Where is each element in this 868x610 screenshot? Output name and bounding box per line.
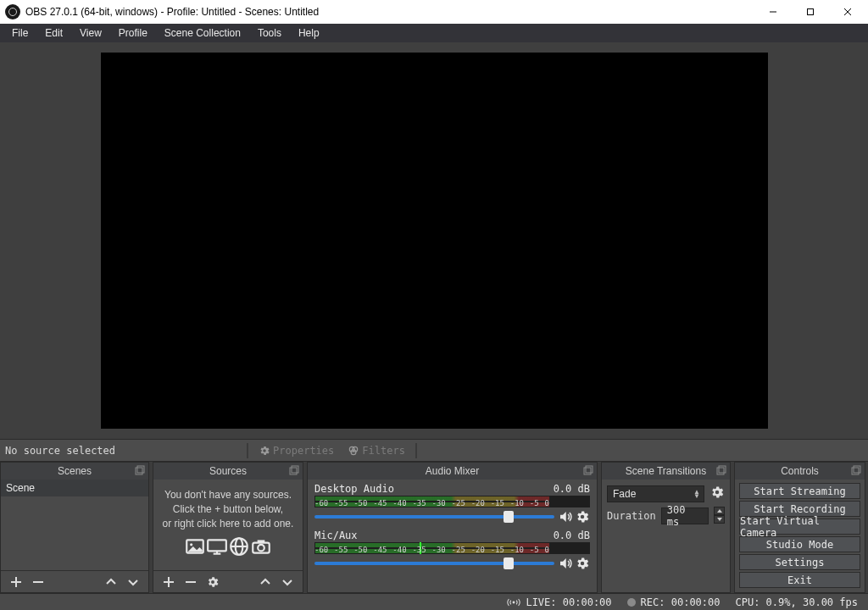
menu-profile[interactable]: Profile xyxy=(110,25,156,42)
start-virtual-camera-button[interactable]: Start Virtual Camera xyxy=(739,518,860,535)
display-source-icon xyxy=(206,535,228,557)
volume-slider[interactable] xyxy=(314,562,554,565)
speaker-icon[interactable] xyxy=(558,509,573,524)
popout-icon[interactable] xyxy=(716,465,726,475)
duration-up-button[interactable] xyxy=(714,507,725,515)
main-menubar: File Edit View Profile Scene Collection … xyxy=(0,24,868,42)
maximize-button[interactable] xyxy=(792,0,829,24)
channel-db: 0.0 dB xyxy=(554,483,590,495)
sources-list[interactable]: You don't have any sources. Click the + … xyxy=(153,480,303,570)
audio-meter: -60-55-50-45-40-35-30-25-20-15-10-50 xyxy=(314,542,590,554)
move-source-up-button[interactable] xyxy=(257,574,274,591)
minimize-button[interactable] xyxy=(754,0,792,24)
duration-spinbox[interactable]: 300 ms xyxy=(661,507,709,524)
mixer-body: Desktop Audio 0.0 dB -60-55-50-45-40-35-… xyxy=(308,480,597,592)
image-source-icon xyxy=(184,535,206,557)
menu-view[interactable]: View xyxy=(71,25,110,42)
sources-empty-line: You don't have any sources. xyxy=(160,488,296,502)
svg-point-23 xyxy=(258,545,264,552)
svg-rect-28 xyxy=(584,468,591,474)
svg-rect-13 xyxy=(292,466,298,473)
speaker-icon[interactable] xyxy=(558,556,573,571)
remove-source-button[interactable] xyxy=(182,574,199,591)
svg-rect-31 xyxy=(719,466,726,473)
duration-down-button[interactable] xyxy=(714,515,725,524)
settings-button[interactable]: Settings xyxy=(739,554,860,570)
status-rec: REC: 00:00:00 xyxy=(627,596,721,608)
scene-item[interactable]: Scene xyxy=(1,480,148,496)
popout-icon[interactable] xyxy=(583,465,593,475)
obs-app-icon xyxy=(5,4,20,19)
preview-area[interactable] xyxy=(0,42,868,439)
exit-button[interactable]: Exit xyxy=(739,572,860,588)
audio-meter: -60-55-50-45-40-35-30-25-20-15-10-50 xyxy=(314,496,590,507)
gear-icon[interactable] xyxy=(575,556,590,571)
sources-empty-line: or right click here to add one. xyxy=(160,517,296,531)
svg-marker-33 xyxy=(717,518,722,521)
start-streaming-button[interactable]: Start Streaming xyxy=(739,483,860,499)
camera-source-icon xyxy=(250,535,272,557)
scenes-dock: Scenes Scene xyxy=(0,462,149,593)
chevron-updown-icon: ▲▼ xyxy=(693,490,700,498)
menu-scene-collection[interactable]: Scene Collection xyxy=(156,25,249,42)
remove-scene-button[interactable] xyxy=(30,574,47,591)
svg-rect-8 xyxy=(137,466,144,473)
transition-select[interactable]: Fade ▲▼ xyxy=(607,485,704,502)
add-scene-button[interactable] xyxy=(8,574,25,591)
filters-button[interactable]: Filters xyxy=(342,443,410,458)
sources-empty-line: Click the + button below, xyxy=(160,502,296,517)
rec-dot-icon xyxy=(627,598,636,607)
gear-icon[interactable] xyxy=(575,509,590,524)
move-scene-down-button[interactable] xyxy=(125,574,142,591)
menu-file[interactable]: File xyxy=(3,25,36,42)
preview-canvas xyxy=(101,53,768,429)
channel-name: Mic/Aux xyxy=(314,530,358,541)
svg-point-6 xyxy=(351,449,356,454)
svg-point-36 xyxy=(513,601,515,603)
mixer-header[interactable]: Audio Mixer xyxy=(308,463,597,480)
add-source-button[interactable] xyxy=(160,574,177,591)
popout-icon[interactable] xyxy=(851,465,861,475)
popout-icon[interactable] xyxy=(135,465,145,475)
controls-dock: Controls Start Streaming Start Recording… xyxy=(734,462,865,593)
audio-channel-desktop: Desktop Audio 0.0 dB -60-55-50-45-40-35-… xyxy=(314,483,590,524)
gear-icon xyxy=(259,445,270,457)
svg-rect-34 xyxy=(852,468,859,474)
sources-header[interactable]: Sources xyxy=(153,463,303,480)
status-live: LIVE: 00:00:00 xyxy=(507,596,611,608)
channel-name: Desktop Audio xyxy=(314,483,394,495)
sources-dock: Sources You don't have any sources. Clic… xyxy=(153,462,303,593)
close-button[interactable] xyxy=(829,0,866,24)
volume-slider[interactable] xyxy=(314,515,554,518)
properties-button[interactable]: Properties xyxy=(253,443,339,458)
duration-label: Duration xyxy=(607,510,656,522)
filters-icon xyxy=(348,445,359,457)
source-properties-button[interactable] xyxy=(204,574,221,591)
window-title: OBS 27.0.1 (64-bit, windows) - Profile: … xyxy=(25,6,319,18)
status-bar: LIVE: 00:00:00 REC: 00:00:00 CPU: 0.9%, … xyxy=(0,593,868,610)
scenes-list[interactable]: Scene xyxy=(1,480,148,570)
broadcast-icon xyxy=(507,597,520,607)
transitions-header[interactable]: Scene Transitions xyxy=(602,463,730,480)
svg-rect-16 xyxy=(208,541,226,552)
move-source-down-button[interactable] xyxy=(279,574,296,591)
status-cpu: CPU: 0.9%, 30.00 fps xyxy=(736,596,859,608)
svg-point-15 xyxy=(190,544,192,546)
popout-icon[interactable] xyxy=(289,465,299,475)
window-titlebar: OBS 27.0.1 (64-bit, windows) - Profile: … xyxy=(0,0,868,24)
scenes-header[interactable]: Scenes xyxy=(1,463,148,480)
menu-tools[interactable]: Tools xyxy=(249,25,290,42)
svg-rect-24 xyxy=(258,541,265,543)
svg-rect-29 xyxy=(586,466,593,473)
svg-marker-32 xyxy=(717,509,722,513)
controls-header[interactable]: Controls xyxy=(735,463,865,480)
channel-db: 0.0 dB xyxy=(554,530,590,541)
menu-help[interactable]: Help xyxy=(290,25,328,42)
menu-edit[interactable]: Edit xyxy=(36,25,71,42)
svg-rect-1 xyxy=(808,9,814,15)
svg-rect-12 xyxy=(290,468,297,474)
studio-mode-button[interactable]: Studio Mode xyxy=(739,536,860,552)
move-scene-up-button[interactable] xyxy=(103,574,120,591)
transition-properties-button[interactable] xyxy=(709,485,725,502)
svg-rect-7 xyxy=(136,468,142,474)
